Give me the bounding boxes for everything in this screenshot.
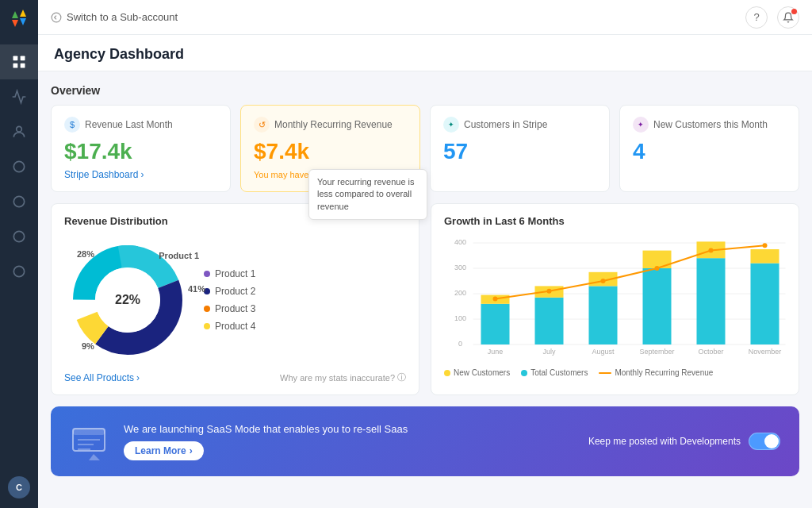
svg-rect-2: [13, 64, 18, 68]
svg-point-5: [13, 161, 24, 171]
sidebar-item-dashboard[interactable]: [0, 44, 38, 79]
growth-chart-card: Growth in Last 6 Months 400 300 200 100 …: [431, 203, 799, 395]
mrr-tooltip: Your recurring revenue is less compared …: [308, 169, 427, 220]
svg-text:June: June: [488, 348, 504, 356]
revenue-value: $17.4k: [64, 139, 217, 164]
sidebar-item-item1[interactable]: [0, 149, 38, 184]
topbar-right: ?: [745, 6, 799, 29]
bar-july-total: [535, 298, 564, 344]
customers-label: Customers in Stripe: [464, 119, 547, 130]
stat-card-header-new-customers: ✦ New Customers this Month: [633, 117, 786, 133]
stat-card-revenue: $ Revenue Last Month $17.4k Stripe Dashb…: [51, 105, 231, 192]
svg-rect-3: [21, 64, 25, 68]
stat-card-header-mrr: ↺ Monthly Recurring Revenue: [254, 117, 407, 133]
new-customers-label: New Customers this Month: [653, 119, 768, 130]
page-title: Agency Dashboard: [54, 46, 796, 63]
notification-button[interactable]: [777, 6, 799, 29]
svg-point-8: [13, 266, 24, 276]
bar-nov-new: [751, 249, 779, 264]
legend-mrr-line: [599, 372, 611, 374]
sidebar-item-item2[interactable]: [0, 184, 38, 219]
svg-rect-33: [73, 429, 105, 435]
sidebar-item-contacts[interactable]: [0, 114, 38, 149]
bar-chart-svg: 400 300 200 100 0: [444, 237, 786, 364]
revenue-distribution-footer: See All Products › Why are my stats inac…: [64, 371, 406, 383]
sidebar-bottom: C: [8, 476, 30, 508]
avatar[interactable]: C: [8, 476, 30, 498]
growth-chart-title: Growth in Last 6 Months: [444, 215, 786, 227]
stripe-dashboard-link[interactable]: Stripe Dashboard ›: [64, 169, 217, 180]
mrr-dot-june: [493, 296, 498, 301]
banner-icon: [70, 422, 108, 460]
legend-new-customers-dot: [444, 370, 450, 376]
svg-point-6: [13, 196, 24, 206]
svg-point-4: [17, 126, 22, 132]
sidebar-item-analytics[interactable]: [0, 79, 38, 114]
legend-mrr: Monthly Recurring Revenue: [599, 368, 713, 377]
overview-label: Overview: [51, 84, 799, 97]
bar-june-total: [481, 304, 510, 344]
donut-container: 22% 28% Product 1 9% 41% Product 1: [64, 237, 406, 364]
svg-text:July: July: [542, 348, 556, 356]
sidebar-item-item4[interactable]: [0, 254, 38, 289]
donut-label-28: 28%: [77, 249, 94, 259]
mrr-dot-sep: [655, 266, 660, 271]
overview-section: Overview $ Revenue Last Month $17.4k Str…: [51, 84, 799, 192]
bar-chart-area: 400 300 200 100 0: [444, 237, 786, 364]
donut-label-product1: Product 1: [159, 251, 199, 260]
sidebar-nav: [0, 38, 38, 289]
svg-text:October: October: [698, 348, 723, 356]
content-area: Overview $ Revenue Last Month $17.4k Str…: [38, 71, 812, 508]
sidebar: C: [0, 0, 38, 508]
svg-rect-1: [21, 56, 25, 61]
svg-text:September: September: [639, 348, 674, 356]
subaccount-label[interactable]: Switch to a Sub-account: [67, 11, 178, 23]
developments-toggle[interactable]: [749, 433, 780, 450]
mrr-dot-july: [547, 289, 552, 294]
donut-label-9: 9%: [82, 341, 94, 351]
customers-icon: ✦: [443, 117, 459, 133]
charts-row: Revenue Distribution: [51, 203, 799, 395]
new-customers-value: 4: [633, 139, 786, 164]
revenue-label: Revenue Last Month: [85, 119, 173, 130]
mrr-label: Monthly Recurring Revenue: [274, 119, 393, 130]
revenue-distribution-card: Revenue Distribution: [51, 203, 419, 395]
legend-product1: Product 1: [204, 268, 255, 279]
main-content: Switch to a Sub-account ? Agency Dashboa…: [38, 0, 812, 508]
stat-card-new-customers: ✦ New Customers this Month 4: [619, 105, 799, 192]
customers-value: 57: [443, 139, 596, 164]
bar-aug-total: [589, 286, 618, 344]
help-button[interactable]: ?: [745, 6, 768, 29]
page-header: Agency Dashboard: [38, 35, 812, 71]
svg-text:November: November: [749, 348, 782, 356]
legend-product2: Product 2: [204, 286, 255, 297]
banner-right: Keep me posted with Developments: [588, 433, 780, 450]
banner-toggle-label: Keep me posted with Developments: [588, 436, 741, 447]
stat-card-customers: ✦ Customers in Stripe 57: [430, 105, 610, 192]
learn-more-button[interactable]: Learn More ›: [124, 441, 204, 460]
svg-text:100: 100: [454, 314, 466, 322]
legend-new-customers: New Customers: [444, 368, 510, 377]
svg-text:300: 300: [454, 264, 466, 271]
toggle-knob: [764, 434, 779, 448]
donut-legend: Product 1 Product 2 Product 3 Produ: [204, 268, 255, 332]
legend-total-customers-dot: [521, 370, 527, 376]
svg-rect-0: [13, 56, 18, 61]
saas-banner: We are launching SaaS Mode that enables …: [51, 406, 799, 476]
svg-text:400: 400: [454, 238, 466, 246]
stat-card-header-customers: ✦ Customers in Stripe: [443, 117, 596, 133]
chart-legend: New Customers Total Customers Monthly Re…: [444, 368, 786, 377]
mrr-value: $7.4k: [254, 139, 407, 164]
legend-dot-product3: [204, 306, 210, 312]
mrr-dot-oct: [709, 248, 714, 253]
stats-row: $ Revenue Last Month $17.4k Stripe Dashb…: [51, 105, 799, 192]
svg-point-7: [13, 231, 24, 241]
why-stats-link[interactable]: Why are my stats inaccurate? ⓘ: [280, 371, 406, 383]
svg-text:August: August: [592, 348, 615, 356]
sidebar-item-item3[interactable]: [0, 219, 38, 254]
bar-nov-total: [751, 264, 779, 344]
mrr-dot-nov: [763, 243, 768, 248]
see-all-products-link[interactable]: See All Products ›: [64, 372, 140, 383]
banner-text: We are launching SaaS Mode that enables …: [124, 423, 573, 460]
topbar-left: Switch to a Sub-account: [51, 11, 178, 23]
